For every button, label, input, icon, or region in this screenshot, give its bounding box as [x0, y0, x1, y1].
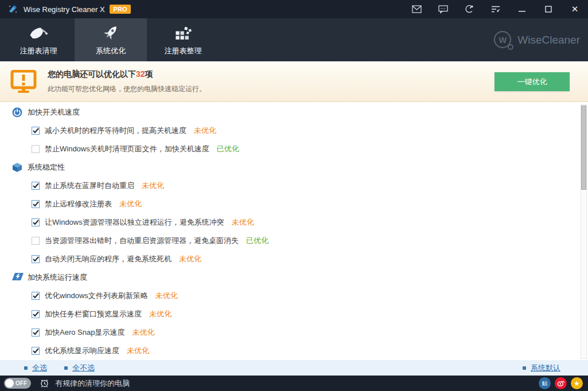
item-checkbox[interactable] [32, 218, 40, 226]
wisecleaner-icon: W [494, 31, 512, 49]
toggle-state-label: OFF [15, 380, 27, 386]
tweak-list: 加快开关机速度减小关机时的程序等待时间，提高关机速度未优化禁止Windows关机… [0, 102, 588, 360]
optimizable-count: 32 [136, 69, 145, 79]
alarm-clock-icon [40, 378, 49, 388]
cube-icon [12, 162, 22, 173]
tab-system-tuneup[interactable]: 系统优化 [75, 18, 147, 61]
menu-icon[interactable] [482, 0, 509, 18]
window-title: Wise Registry Cleaner X [24, 5, 105, 14]
banner-title: 您的电脑还可以优化以下32项 [48, 69, 206, 80]
status-badge: 未优化 [119, 199, 142, 209]
status-badge: 未优化 [232, 217, 254, 228]
bullet-icon [523, 366, 526, 370]
social-links: 贴 ★ [539, 377, 583, 389]
section-title: 加快开关机速度 [28, 107, 80, 118]
close-button[interactable]: ✕ [562, 0, 588, 18]
status-bar: OFF 有规律的清理你的电脑 贴 ★ [0, 376, 588, 391]
status-badge: 未优化 [142, 181, 164, 191]
list-item: 优化系统显示响应速度未优化 [0, 342, 588, 360]
item-label: 自动关闭无响应的程序，避免系统死机 [45, 254, 172, 264]
item-label: 禁止系统在蓝屏时自动重启 [45, 181, 134, 191]
item-label: 优化windows文件列表刷新策略 [45, 291, 148, 301]
item-label: 加快Aero Snap显示速度 [45, 327, 124, 338]
status-badge: 未优化 [179, 254, 201, 264]
scrollbar-thumb[interactable] [581, 105, 586, 190]
maximize-button[interactable] [535, 0, 562, 18]
support-icon[interactable] [456, 0, 482, 18]
section-header: 系统稳定性 [0, 158, 588, 177]
select-all-link[interactable]: 全选 [24, 363, 47, 373]
section-title: 加快系统运行速度 [28, 272, 87, 283]
list-item: 优化windows文件列表刷新策略未优化 [0, 287, 588, 305]
schedule-toggle[interactable]: OFF [4, 378, 31, 389]
item-checkbox[interactable] [32, 310, 40, 318]
item-label: 让Windows资源管理器以独立进程运行，避免系统冲突 [45, 217, 224, 228]
item-label: 禁止远程修改注册表 [45, 199, 112, 209]
minimize-button[interactable] [509, 0, 535, 18]
bullet-icon [64, 366, 68, 370]
alert-monitor-icon [10, 70, 37, 93]
list-item: 禁止Windows关机时清理页面文件，加快关机速度已优化 [0, 140, 588, 158]
section-header: 加快开关机速度 [0, 103, 588, 122]
one-click-optimize-button[interactable]: 一键优化 [494, 72, 570, 91]
item-checkbox[interactable] [32, 200, 40, 208]
tieba-icon[interactable]: 贴 [539, 377, 551, 389]
item-label: 当资源管理器出错时，自动重启资源管理器，避免桌面消失 [45, 236, 239, 246]
tab-registry-cleaner[interactable]: 注册表清理 [2, 18, 75, 61]
item-label: 加快任务栏窗口预览显示速度 [45, 309, 142, 319]
item-checkbox[interactable] [32, 292, 40, 300]
list-item: 禁止远程修改注册表未优化 [0, 195, 588, 213]
item-checkbox[interactable] [32, 145, 40, 153]
mail-icon[interactable] [403, 0, 430, 18]
item-checkbox[interactable] [32, 329, 40, 337]
item-checkbox[interactable] [32, 182, 40, 190]
list-item: 减小关机时的程序等待时间，提高关机速度未优化 [0, 122, 588, 140]
item-checkbox[interactable] [32, 237, 40, 245]
list-item: 让Windows资源管理器以独立进程运行，避免系统冲突未优化 [0, 213, 588, 232]
list-item: 自动关闭无响应的程序，避免系统死机未优化 [0, 250, 588, 268]
rocket-icon [100, 24, 121, 43]
speed-icon [12, 272, 22, 283]
scrollbar-track[interactable] [581, 104, 587, 359]
toggle-knob [5, 379, 14, 388]
bullet-icon [24, 366, 28, 370]
brush-icon [28, 24, 49, 43]
system-default-link[interactable]: 系统默认 [523, 363, 560, 373]
select-none-link[interactable]: 全不选 [64, 363, 95, 373]
item-checkbox[interactable] [32, 127, 40, 135]
brand-logo: W WiseCleaner [494, 31, 580, 49]
item-checkbox[interactable] [32, 255, 40, 263]
qzone-icon[interactable]: ★ [571, 377, 583, 389]
item-checkbox[interactable] [32, 347, 40, 355]
optimize-banner: 您的电脑还可以优化以下32项 此功能可帮您优化网络，使您的电脑快速稳定运行。 一… [0, 61, 588, 102]
tab-label: 注册表整理 [165, 46, 202, 56]
item-label: 减小关机时的程序等待时间，提高关机速度 [45, 126, 186, 136]
pro-badge: PRO [110, 5, 131, 14]
app-window: Wise Registry Cleaner X PRO [0, 0, 588, 391]
defrag-icon [173, 24, 193, 43]
banner-subtitle: 此功能可帮您优化网络，使您的电脑快速稳定运行。 [48, 84, 206, 94]
status-badge: 未优化 [194, 126, 216, 136]
item-label: 优化系统显示响应速度 [45, 346, 119, 356]
feedback-icon[interactable] [430, 0, 456, 18]
weibo-icon[interactable] [555, 377, 567, 389]
list-item: 禁止系统在蓝屏时自动重启未优化 [0, 177, 588, 195]
list-item: 当资源管理器出错时，自动重启资源管理器，避免桌面消失已优化 [0, 232, 588, 250]
status-badge: 未优化 [127, 346, 149, 356]
power-icon [12, 107, 22, 118]
status-badge: 未优化 [132, 327, 154, 338]
list-item: 加快任务栏窗口预览显示速度未优化 [0, 305, 588, 323]
titlebar-actions: ✕ [403, 0, 588, 18]
tab-label: 系统优化 [96, 46, 126, 56]
schedule-message: 有规律的清理你的电脑 [55, 378, 130, 389]
status-badge: 未优化 [155, 291, 178, 301]
section-title: 系统稳定性 [28, 162, 65, 173]
title-bar: Wise Registry Cleaner X PRO [0, 0, 588, 18]
tab-label: 注册表清理 [20, 46, 57, 56]
tab-registry-defrag[interactable]: 注册表整理 [147, 18, 219, 61]
item-label: 禁止Windows关机时清理页面文件，加快关机速度 [45, 144, 209, 154]
status-badge: 已优化 [217, 144, 239, 154]
status-badge: 未优化 [149, 309, 172, 319]
section-header: 加快系统运行速度 [0, 268, 588, 287]
tab-bar: 注册表清理 系统优化 [0, 18, 588, 61]
